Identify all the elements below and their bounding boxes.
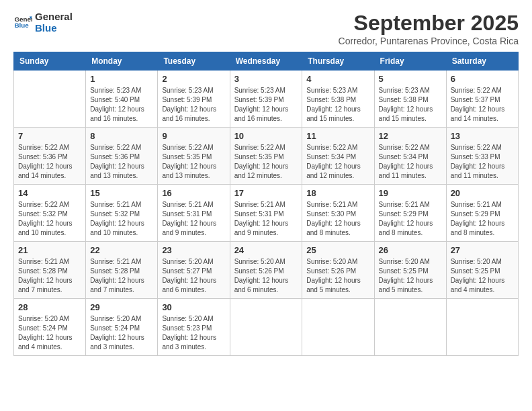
calendar-cell: 27Sunrise: 5:20 AMSunset: 5:25 PMDayligh…	[446, 242, 518, 299]
week-row-3: 14Sunrise: 5:22 AMSunset: 5:32 PMDayligh…	[14, 185, 519, 242]
calendar-cell: 26Sunrise: 5:20 AMSunset: 5:25 PMDayligh…	[374, 242, 446, 299]
day-number: 2	[162, 74, 225, 84]
day-info: Sunrise: 5:20 AMSunset: 5:25 PMDaylight:…	[379, 257, 442, 295]
day-info: Sunrise: 5:20 AMSunset: 5:26 PMDaylight:…	[234, 257, 298, 295]
weekday-header-monday: Monday	[86, 52, 158, 71]
day-number: 15	[90, 188, 153, 198]
day-number: 30	[162, 302, 225, 312]
day-number: 14	[18, 188, 81, 198]
day-number: 1	[90, 74, 153, 84]
day-info: Sunrise: 5:22 AMSunset: 5:35 PMDaylight:…	[234, 143, 298, 181]
weekday-header-tuesday: Tuesday	[158, 52, 230, 71]
day-number: 24	[234, 245, 298, 255]
month-year: September 2025	[339, 11, 519, 36]
week-row-1: 1Sunrise: 5:23 AMSunset: 5:40 PMDaylight…	[14, 71, 519, 128]
calendar-cell: 19Sunrise: 5:21 AMSunset: 5:29 PMDayligh…	[374, 185, 446, 242]
calendar-cell: 6Sunrise: 5:22 AMSunset: 5:37 PMDaylight…	[446, 71, 518, 128]
day-number: 25	[306, 245, 369, 255]
day-number: 5	[379, 74, 442, 84]
calendar-cell: 11Sunrise: 5:22 AMSunset: 5:34 PMDayligh…	[302, 128, 374, 185]
weekday-header-row: SundayMondayTuesdayWednesdayThursdayFrid…	[14, 52, 519, 71]
day-number: 27	[451, 245, 514, 255]
calendar-cell: 30Sunrise: 5:20 AMSunset: 5:23 PMDayligh…	[158, 299, 230, 356]
calendar-cell: 21Sunrise: 5:21 AMSunset: 5:28 PMDayligh…	[14, 242, 86, 299]
calendar-cell	[302, 299, 374, 356]
calendar-cell: 10Sunrise: 5:22 AMSunset: 5:35 PMDayligh…	[230, 128, 302, 185]
calendar-table: SundayMondayTuesdayWednesdayThursdayFrid…	[13, 52, 519, 356]
day-info: Sunrise: 5:21 AMSunset: 5:31 PMDaylight:…	[162, 200, 225, 238]
calendar-cell: 20Sunrise: 5:21 AMSunset: 5:29 PMDayligh…	[446, 185, 518, 242]
day-info: Sunrise: 5:20 AMSunset: 5:23 PMDaylight:…	[162, 314, 225, 352]
day-info: Sunrise: 5:21 AMSunset: 5:31 PMDaylight:…	[234, 200, 298, 238]
day-info: Sunrise: 5:23 AMSunset: 5:38 PMDaylight:…	[379, 86, 442, 124]
calendar-cell: 5Sunrise: 5:23 AMSunset: 5:38 PMDaylight…	[374, 71, 446, 128]
weekday-header-wednesday: Wednesday	[230, 52, 302, 71]
day-info: Sunrise: 5:21 AMSunset: 5:28 PMDaylight:…	[18, 257, 81, 295]
location: Corredor, Puntarenas Province, Costa Ric…	[339, 36, 519, 46]
week-row-2: 7Sunrise: 5:22 AMSunset: 5:36 PMDaylight…	[14, 128, 519, 185]
calendar-cell: 3Sunrise: 5:23 AMSunset: 5:39 PMDaylight…	[230, 71, 302, 128]
day-number: 28	[18, 302, 81, 312]
day-number: 4	[306, 74, 369, 84]
day-info: Sunrise: 5:22 AMSunset: 5:33 PMDaylight:…	[451, 143, 514, 181]
day-info: Sunrise: 5:22 AMSunset: 5:37 PMDaylight:…	[451, 86, 514, 124]
day-info: Sunrise: 5:23 AMSunset: 5:39 PMDaylight:…	[162, 86, 225, 124]
week-row-4: 21Sunrise: 5:21 AMSunset: 5:28 PMDayligh…	[14, 242, 519, 299]
title-area: September 2025 Corredor, Puntarenas Prov…	[339, 11, 519, 46]
day-info: Sunrise: 5:23 AMSunset: 5:40 PMDaylight:…	[90, 86, 153, 124]
weekday-header-friday: Friday	[374, 52, 446, 71]
weekday-header-thursday: Thursday	[302, 52, 374, 71]
calendar-cell	[14, 71, 86, 128]
day-info: Sunrise: 5:20 AMSunset: 5:27 PMDaylight:…	[162, 257, 225, 295]
day-number: 10	[234, 131, 298, 141]
day-info: Sunrise: 5:21 AMSunset: 5:29 PMDaylight:…	[451, 200, 514, 238]
calendar-cell: 18Sunrise: 5:21 AMSunset: 5:30 PMDayligh…	[302, 185, 374, 242]
day-number: 13	[451, 131, 514, 141]
day-info: Sunrise: 5:21 AMSunset: 5:30 PMDaylight:…	[306, 200, 369, 238]
calendar-cell: 16Sunrise: 5:21 AMSunset: 5:31 PMDayligh…	[158, 185, 230, 242]
day-info: Sunrise: 5:21 AMSunset: 5:29 PMDaylight:…	[379, 200, 442, 238]
calendar-cell: 17Sunrise: 5:21 AMSunset: 5:31 PMDayligh…	[230, 185, 302, 242]
day-info: Sunrise: 5:20 AMSunset: 5:24 PMDaylight:…	[90, 314, 153, 352]
header: General Blue General Blue September 2025…	[13, 11, 519, 46]
calendar-cell: 23Sunrise: 5:20 AMSunset: 5:27 PMDayligh…	[158, 242, 230, 299]
day-info: Sunrise: 5:22 AMSunset: 5:36 PMDaylight:…	[90, 143, 153, 181]
calendar-cell: 25Sunrise: 5:20 AMSunset: 5:26 PMDayligh…	[302, 242, 374, 299]
weekday-header-sunday: Sunday	[14, 52, 86, 71]
day-number: 26	[379, 245, 442, 255]
calendar-cell: 12Sunrise: 5:22 AMSunset: 5:34 PMDayligh…	[374, 128, 446, 185]
day-info: Sunrise: 5:23 AMSunset: 5:38 PMDaylight:…	[306, 86, 369, 124]
day-number: 11	[306, 131, 369, 141]
week-row-5: 28Sunrise: 5:20 AMSunset: 5:24 PMDayligh…	[14, 299, 519, 356]
calendar-cell: 1Sunrise: 5:23 AMSunset: 5:40 PMDaylight…	[86, 71, 158, 128]
day-info: Sunrise: 5:22 AMSunset: 5:32 PMDaylight:…	[18, 200, 81, 238]
day-number: 21	[18, 245, 81, 255]
day-info: Sunrise: 5:21 AMSunset: 5:32 PMDaylight:…	[90, 200, 153, 238]
day-number: 19	[379, 188, 442, 198]
day-number: 8	[90, 131, 153, 141]
day-number: 3	[234, 74, 298, 84]
calendar-cell: 8Sunrise: 5:22 AMSunset: 5:36 PMDaylight…	[86, 128, 158, 185]
calendar-cell: 2Sunrise: 5:23 AMSunset: 5:39 PMDaylight…	[158, 71, 230, 128]
calendar-cell: 24Sunrise: 5:20 AMSunset: 5:26 PMDayligh…	[230, 242, 302, 299]
svg-text:Blue: Blue	[14, 21, 29, 29]
day-number: 18	[306, 188, 369, 198]
logo: General Blue General Blue	[13, 11, 73, 34]
day-info: Sunrise: 5:21 AMSunset: 5:28 PMDaylight:…	[90, 257, 153, 295]
calendar-cell: 28Sunrise: 5:20 AMSunset: 5:24 PMDayligh…	[14, 299, 86, 356]
day-number: 16	[162, 188, 225, 198]
calendar-cell: 29Sunrise: 5:20 AMSunset: 5:24 PMDayligh…	[86, 299, 158, 356]
logo-blue: Blue	[35, 22, 73, 34]
day-number: 17	[234, 188, 298, 198]
calendar-cell	[374, 299, 446, 356]
logo-general: General	[35, 11, 73, 22]
day-number: 29	[90, 302, 153, 312]
day-info: Sunrise: 5:20 AMSunset: 5:26 PMDaylight:…	[306, 257, 369, 295]
day-number: 12	[379, 131, 442, 141]
day-info: Sunrise: 5:22 AMSunset: 5:36 PMDaylight:…	[18, 143, 81, 181]
calendar-cell: 15Sunrise: 5:21 AMSunset: 5:32 PMDayligh…	[86, 185, 158, 242]
calendar-cell: 7Sunrise: 5:22 AMSunset: 5:36 PMDaylight…	[14, 128, 86, 185]
calendar-cell: 22Sunrise: 5:21 AMSunset: 5:28 PMDayligh…	[86, 242, 158, 299]
weekday-header-saturday: Saturday	[446, 52, 518, 71]
calendar-cell: 9Sunrise: 5:22 AMSunset: 5:35 PMDaylight…	[158, 128, 230, 185]
